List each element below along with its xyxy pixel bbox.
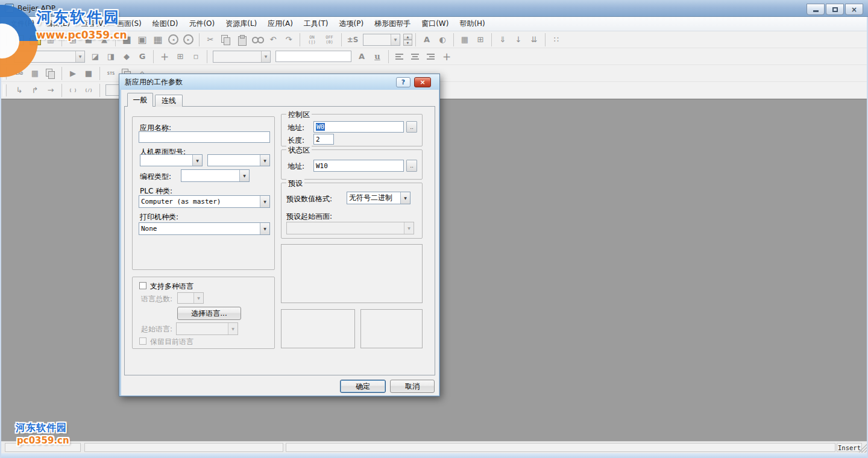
new-file-icon[interactable] [12, 33, 27, 46]
menu-item-5[interactable]: 绘图(D) [147, 17, 184, 31]
menu-item-3[interactable]: 查看(V) [75, 17, 112, 31]
help-button[interactable]: ? [396, 77, 410, 87]
grid-toggle-icon[interactable]: ▦ [458, 33, 472, 46]
set-on-button[interactable]: ON(|) [304, 33, 320, 46]
ladder-editor-icon[interactable]: LAD [12, 67, 27, 80]
frame-style-icon[interactable]: ◨ [104, 50, 118, 63]
download-app-icon[interactable]: ↓ [511, 33, 526, 46]
download-all-icon[interactable]: ⇊ [527, 33, 541, 46]
shape-style-icon[interactable]: ◆ [119, 50, 134, 63]
compile-icon[interactable]: ⇓ [495, 33, 510, 46]
state-select-combobox[interactable]: ▼ [363, 34, 400, 46]
copy-screen-icon[interactable] [43, 67, 58, 80]
macro-editor-icon[interactable]: ▦ [28, 67, 42, 80]
prev-screen-icon[interactable]: ◂ [168, 34, 178, 45]
app-name-input[interactable] [139, 131, 270, 143]
resize-object-icon[interactable]: ▫ [189, 50, 203, 63]
screen-frame-icon[interactable]: ▣ [135, 33, 149, 46]
dialog-close-button[interactable]: × [414, 77, 431, 87]
set-value-button[interactable]: ±S [345, 33, 360, 46]
status-address-input[interactable]: W10 [313, 160, 404, 172]
menu-item-12[interactable]: 窗口(W) [416, 17, 454, 31]
menu-item-6[interactable]: 元件(O) [183, 17, 220, 31]
menu-item-10[interactable]: 选项(P) [334, 17, 370, 31]
chevron-down-icon[interactable]: ▼ [260, 155, 269, 166]
hmi-submodel-combobox[interactable]: ▼ [207, 154, 270, 166]
save-icon[interactable]: ▥ [43, 33, 58, 46]
menu-item-7[interactable]: 资源库(L) [220, 17, 262, 31]
print-preview-icon[interactable]: ▤ [66, 33, 80, 46]
ok-button[interactable]: 确定 [340, 380, 386, 393]
chevron-down-icon[interactable]: ▼ [260, 196, 269, 207]
center-point-icon[interactable]: + [157, 50, 172, 63]
object-select-combobox[interactable]: ▼ [14, 51, 85, 63]
print-icon[interactable]: ■ [81, 33, 96, 46]
align-left-icon[interactable] [392, 50, 407, 63]
align-right-icon[interactable] [424, 50, 438, 63]
redo-icon[interactable]: ↷ [281, 33, 296, 46]
close-button[interactable]: × [845, 4, 863, 15]
chevron-down-icon[interactable]: ▼ [239, 170, 249, 181]
menu-item-8[interactable]: 应用(A) [262, 17, 298, 31]
preset-format-combobox[interactable]: 无符号二进制▼ [347, 192, 410, 204]
open-file-icon[interactable] [28, 33, 42, 46]
align-origin-icon[interactable]: + [439, 50, 454, 63]
screen-filled-icon[interactable]: ■ [119, 33, 134, 46]
stop-icon[interactable]: ■ [81, 67, 96, 80]
font-select-combobox[interactable]: ▼ [213, 51, 271, 63]
run-icon[interactable]: ▶ [66, 67, 80, 80]
chevron-down-icon[interactable]: ▼ [192, 155, 202, 166]
menu-item-4[interactable]: 画面(S) [112, 17, 147, 31]
wire-right-icon[interactable]: → [43, 84, 58, 97]
printer-type-combobox[interactable]: None▼ [139, 222, 270, 235]
network-icon[interactable]: ∷ [549, 33, 564, 46]
restore-button[interactable] [826, 4, 844, 15]
set-off-button[interactable]: OFF(0) [321, 33, 338, 46]
snap-grid-icon[interactable]: ⊞ [473, 33, 488, 46]
text-insert-icon[interactable]: A [354, 50, 369, 63]
center-grid-icon[interactable]: ⊞ [173, 50, 187, 63]
wire-up-icon[interactable]: ↱ [28, 84, 42, 97]
resize-grip-icon[interactable] [859, 444, 867, 453]
cancel-button[interactable]: 取消 [390, 380, 435, 393]
find-icon[interactable] [250, 33, 265, 46]
copy-icon[interactable] [219, 33, 233, 46]
text-entry-input[interactable] [275, 51, 351, 62]
chevron-down-icon[interactable]: ▼ [260, 223, 269, 234]
select-language-button[interactable]: 选择语言... [177, 307, 241, 320]
next-screen-icon[interactable]: ▸ [183, 34, 193, 45]
contact-close-icon[interactable]: (/) [81, 84, 96, 97]
cut-icon[interactable]: ✂ [203, 33, 218, 46]
group-style-icon[interactable]: G [135, 50, 149, 63]
contact-open-icon[interactable]: ( ) [66, 84, 80, 97]
alarm-icon[interactable]: ▲ [97, 33, 112, 46]
programming-type-combobox[interactable]: ▼ [181, 169, 250, 182]
align-center-icon[interactable] [408, 50, 423, 63]
screen-grid-icon[interactable]: ▦ [151, 33, 165, 46]
tab-general[interactable]: 一般 [127, 93, 153, 107]
underline-icon[interactable]: u [370, 50, 385, 63]
tab-connection[interactable]: 连线 [155, 95, 183, 107]
fill-style-icon[interactable]: ◪ [88, 50, 102, 63]
minimize-button[interactable] [807, 4, 825, 15]
status-address-browse-button[interactable]: .. [406, 160, 417, 172]
control-address-input[interactable]: W0 [313, 121, 404, 133]
menu-item-2[interactable]: 编辑(E) [40, 17, 75, 31]
control-address-browse-button[interactable]: .. [406, 121, 417, 133]
undo-icon[interactable]: ↶ [266, 33, 280, 46]
multilang-checkbox[interactable] [139, 282, 146, 289]
text-object-icon[interactable]: A [420, 33, 434, 46]
menu-item-9[interactable]: 工具(T) [298, 17, 334, 31]
paste-icon[interactable] [234, 33, 249, 46]
status-editor-icon[interactable]: STS [104, 67, 118, 80]
menu-item-11[interactable]: 梯形图帮手 [369, 17, 416, 31]
menu-item-13[interactable]: 帮助(H) [454, 17, 490, 31]
control-length-input[interactable]: 2 [313, 134, 334, 145]
menu-item-1[interactable]: 文件(F) [5, 17, 40, 31]
state-spin-spinner[interactable]: ▲▼ [403, 34, 412, 46]
dialog-titlebar[interactable]: 新应用的工作参数 [119, 74, 439, 90]
plc-type-combobox[interactable]: Computer (as master)▼ [139, 195, 270, 208]
wire-down-icon[interactable]: ↳ [12, 84, 27, 97]
hmi-model-combobox[interactable]: ▼ [140, 154, 203, 166]
lamp-object-icon[interactable]: ◐ [435, 33, 450, 46]
